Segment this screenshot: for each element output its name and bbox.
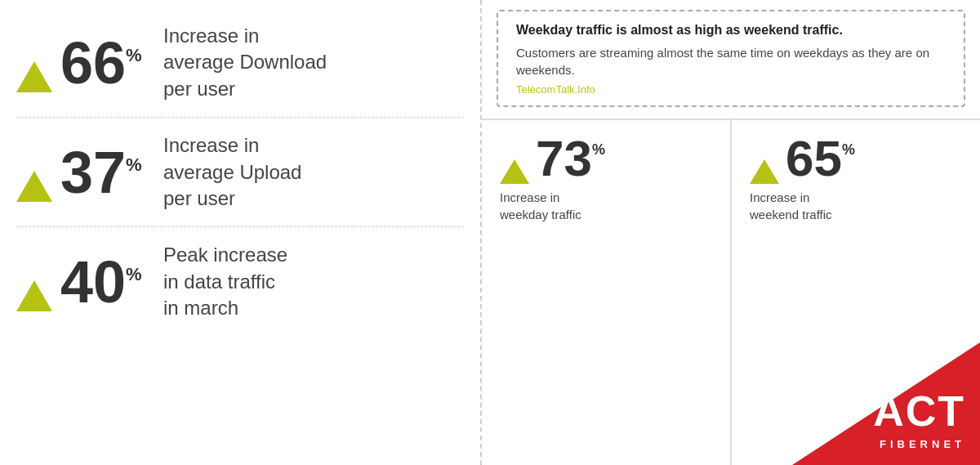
callout-headline: Weekday traffic is almost as high as wee… — [516, 23, 946, 38]
number-weekend: 65 — [786, 133, 842, 184]
label-peak: Peak increasein data trafficin march — [163, 242, 287, 321]
weekend-number-row: 65 % — [750, 133, 962, 184]
label-download: Increase inaverage Downloadper user — [163, 23, 327, 102]
number-download: 66 — [60, 34, 126, 92]
number-peak: 40 — [60, 253, 126, 311]
left-panel: 66 % Increase inaverage Downloadper user… — [0, 0, 482, 465]
stat-row-peak: 40 % Peak increasein data trafficin marc… — [16, 227, 464, 336]
callout-box: Weekday traffic is almost as high as wee… — [497, 10, 965, 107]
act-logo-text: ACT — [873, 390, 965, 432]
arrow-icon-weekday — [500, 159, 529, 184]
percent-upload: % — [126, 154, 142, 176]
percent-weekday: % — [592, 141, 605, 159]
label-upload: Increase inaverage Uploadper user — [163, 132, 301, 212]
arrow-icon-peak — [16, 280, 52, 311]
arrow-icon-download — [16, 61, 52, 92]
callout-body: Customers are streaming almost the same … — [516, 44, 946, 78]
arrow-icon-weekend — [750, 159, 779, 184]
stat-number-upload: 37 % — [16, 143, 147, 202]
percent-download: % — [126, 45, 142, 66]
arrow-icon-upload — [16, 171, 52, 202]
stat-weekday: 73 % Increase inweekday traffic — [482, 120, 732, 465]
stat-row-upload: 37 % Increase inaverage Uploadper user — [16, 118, 464, 227]
stat-row-download: 66 % Increase inaverage Downloadper user — [16, 8, 464, 118]
percent-weekend: % — [842, 141, 855, 159]
fibernet-logo-text: FIBERNET — [880, 438, 965, 450]
stat-number-peak: 40 % — [16, 253, 147, 311]
label-weekend: Increase inweekend traffic — [750, 189, 962, 223]
weekday-number-row: 73 % — [500, 133, 712, 184]
callout-source: TelecomTalk.Info — [516, 83, 946, 96]
stat-number-download: 66 % — [16, 34, 147, 92]
percent-peak: % — [126, 264, 142, 285]
number-weekday: 73 — [536, 133, 592, 184]
number-upload: 37 — [60, 143, 126, 202]
label-weekday: Increase inweekday traffic — [500, 189, 712, 223]
act-fibernet-logo: ACT FIBERNET — [792, 342, 980, 465]
